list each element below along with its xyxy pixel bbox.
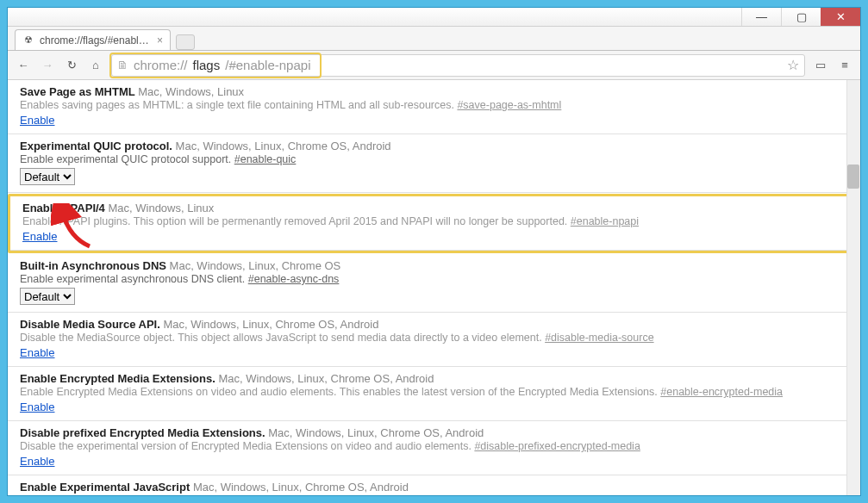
flag-title: Enable Experimental JavaScript Mac, Wind… [20,481,848,494]
flag-name: Disable Media Source API. [20,318,160,331]
flags-list: Save Page as MHTML Mac, Windows, LinuxEn… [8,80,860,495]
flag-name: Built-in Asynchronous DNS [20,259,166,272]
cast-icon[interactable]: ▭ [812,57,829,74]
flag-title: Experimental QUIC protocol. Mac, Windows… [20,140,848,152]
scrollbar-thumb[interactable] [847,165,859,189]
flag-desc-text: Enable experimental QUIC protocol suppor… [20,153,234,165]
flag-enable-link[interactable]: Enable [20,455,54,468]
tab-title: chrome://flags/#enable-n [40,34,152,47]
flag-platforms: Mac, Windows, Linux, Chrome OS, Android [215,372,434,385]
flag-name: Enable Experimental JavaScript [20,481,190,494]
flag-action: Enable [20,346,848,359]
menu-button[interactable]: ≡ [836,57,853,74]
flag-title: Enable Encrypted Media Extensions. Mac, … [20,372,848,385]
flag-desc-text: Enable NPAPI plugins. This option will b… [22,215,571,227]
forward-button[interactable]: → [39,57,56,74]
flag-item-jsharmony: Enable Experimental JavaScript Mac, Wind… [8,475,860,495]
window-maximize-button[interactable]: ▢ [781,8,821,26]
flag-action: Enable [20,401,848,413]
back-button[interactable]: ← [15,57,32,74]
flag-item-mhtml: Save Page as MHTML Mac, Windows, LinuxEn… [8,80,860,134]
tab-strip: ☢ chrome://flags/#enable-n × [8,27,860,51]
flag-platforms: Mac, Windows, Linux, Chrome OS, Android [265,426,484,439]
flag-desc-text: Disable the experimental version of Encr… [20,440,474,452]
flag-action: Default [20,288,848,305]
flag-hash-link[interactable]: #enable-encrypted-media [660,386,783,398]
flag-action: Enable [20,455,848,468]
flag-select[interactable]: Default [20,168,75,185]
flag-enable-link[interactable]: Enable [20,401,54,413]
bookmark-star-icon[interactable]: ☆ [787,57,799,73]
window-minimize-button[interactable]: — [741,8,781,26]
flag-description: Disable the MediaSource object. This obj… [20,332,848,344]
radioactive-icon: ☢ [22,34,34,47]
flag-enable-link[interactable]: Enable [20,346,54,359]
flag-item-asyncdns: Built-in Asynchronous DNS Mac, Windows, … [8,254,860,313]
flag-item-quic: Experimental QUIC protocol. Mac, Windows… [8,134,860,193]
flag-action: Default [20,168,848,185]
flag-platforms: Mac, Windows, Linux, Chrome OS, Android [190,481,409,494]
flag-description: Enable web pages to use experimental Jav… [20,494,848,495]
flag-hash-link[interactable]: #enable-npapi [571,215,639,227]
flag-platforms: Mac, Windows, Linux [105,202,214,214]
address-bar[interactable]: 🗎 chrome://flags/#enable-npapi ☆ [111,54,805,77]
flag-description: Enable NPAPI plugins. This option will b… [22,215,846,227]
url-path: /#enable-npapi [225,58,310,72]
flag-description: Enables saving pages as MHTML: a single … [20,99,848,111]
flag-action: Enable [22,230,846,243]
window-close-button[interactable]: ✕ [821,8,860,26]
flag-hash-link[interactable]: #save-page-as-mhtml [457,99,561,111]
flag-title: Built-in Asynchronous DNS Mac, Windows, … [20,259,848,272]
flag-description: Enable experimental QUIC protocol suppor… [20,153,848,165]
reload-button[interactable]: ↻ [63,57,80,74]
window-titlebar: — ▢ ✕ [8,8,860,27]
flag-select[interactable]: Default [20,288,75,305]
flag-title: Enable NPAPI/4 Mac, Windows, Linux [22,202,846,214]
annotation-highlight-flag: Enable NPAPI/4 Mac, Windows, LinuxEnable… [8,194,860,253]
flag-description: Disable the experimental version of Encr… [20,440,848,452]
scrollbar-track[interactable] [846,80,860,495]
flag-name: Enable Encrypted Media Extensions. [20,372,215,385]
tab-close-icon[interactable]: × [157,34,163,47]
toolbar: ← → ↻ ⌂ 🗎 chrome://flags/#enable-npapi ☆… [8,51,860,80]
flag-action: Enable [20,114,848,127]
flag-platforms: Mac, Windows, Linux [135,85,244,98]
browser-window: — ▢ ✕ ☢ chrome://flags/#enable-n × ← → ↻… [7,7,861,496]
browser-tab[interactable]: ☢ chrome://flags/#enable-n × [15,29,171,50]
flag-desc-text: Enable web pages to use experimental Jav… [20,494,307,495]
flag-name: Enable NPAPI/4 [22,202,105,214]
flag-name: Experimental QUIC protocol. [20,140,172,152]
flag-hash-link[interactable]: #enable-javascript-harmony [307,494,440,495]
flag-name: Disable prefixed Encrypted Media Extensi… [20,426,265,439]
flag-name: Save Page as MHTML [20,85,135,98]
page-icon: 🗎 [117,59,128,71]
flag-hash-link[interactable]: #enable-async-dns [248,273,340,285]
new-tab-button[interactable] [176,34,195,50]
flag-item-prefeme: Disable prefixed Encrypted Media Extensi… [8,421,860,475]
flag-desc-text: Disable the MediaSource object. This obj… [20,332,545,344]
flag-title: Disable Media Source API. Mac, Windows, … [20,318,848,331]
page-content: Save Page as MHTML Mac, Windows, LinuxEn… [8,80,860,495]
flag-item-npapi: Enable NPAPI/4 Mac, Windows, LinuxEnable… [10,196,858,251]
flag-hash-link[interactable]: #disable-media-source [545,332,653,344]
flag-platforms: Mac, Windows, Linux, Chrome OS, Android [172,140,391,152]
flag-description: Enable Encrypted Media Extensions on vid… [20,386,848,398]
flag-item-eme: Enable Encrypted Media Extensions. Mac, … [8,367,860,421]
url-scheme: chrome:// [134,58,188,72]
omnibox-container: 🗎 chrome://flags/#enable-npapi ☆ [111,54,805,77]
url-host: flags [193,58,221,72]
flag-title: Save Page as MHTML Mac, Windows, Linux [20,85,848,98]
flag-description: Enable experimental asynchronous DNS cli… [20,273,848,285]
flag-enable-link[interactable]: Enable [22,230,57,243]
flag-desc-text: Enables saving pages as MHTML: a single … [20,99,457,111]
flag-hash-link[interactable]: #disable-prefixed-encrypted-media [474,440,640,452]
flag-desc-text: Enable experimental asynchronous DNS cli… [20,273,248,285]
home-button[interactable]: ⌂ [87,57,104,74]
flag-platforms: Mac, Windows, Linux, Chrome OS [166,259,340,272]
flag-enable-link[interactable]: Enable [20,114,54,127]
flag-desc-text: Enable Encrypted Media Extensions on vid… [20,386,660,398]
flag-title: Disable prefixed Encrypted Media Extensi… [20,426,848,439]
flag-item-mediasource: Disable Media Source API. Mac, Windows, … [8,313,860,367]
flag-platforms: Mac, Windows, Linux, Chrome OS, Android [160,318,379,331]
flag-hash-link[interactable]: #enable-quic [234,153,297,165]
